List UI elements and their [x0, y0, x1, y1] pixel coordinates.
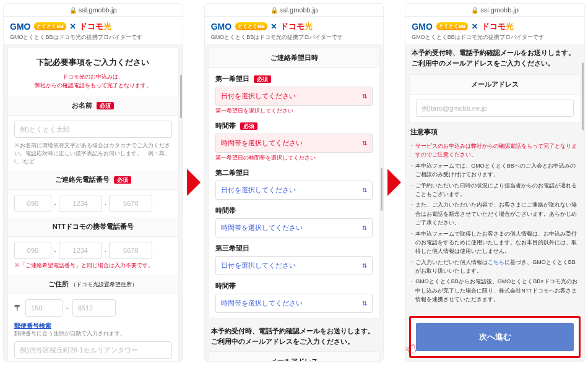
tel-label: ご連絡先電話番号 [55, 176, 110, 183]
collab-x: × [70, 21, 76, 32]
chevron-updown-icon: ⇅ [362, 140, 367, 147]
address-label: ご住所 [48, 280, 69, 288]
next-button-highlight: 次へ進む ☜ [409, 316, 581, 358]
notes-item: 本申込フォームで取得したお客さまの個人情報は、お申込み受付のお電話をするために使… [410, 229, 579, 256]
postal-input-1[interactable] [25, 299, 63, 317]
postal-input-2[interactable] [72, 299, 116, 317]
first-time-error: 第一希望日の時間帯を選択してください [215, 155, 373, 162]
gmo-logo: GMO [412, 22, 432, 32]
url-bar: ssl.gmobb.jp [205, 4, 384, 17]
third-date-label: 第三希望日 [215, 244, 373, 253]
scrollbar[interactable] [180, 75, 182, 118]
page-title: 下記必要事項をご入力ください [8, 48, 178, 73]
datetime-heading: ご連絡希望日時 [209, 48, 379, 68]
note-line-1: ドコモ光のお申込みは、 [63, 74, 124, 80]
gmo-sub-logo: とくとくBB [235, 22, 267, 30]
mail-label: メールアドレス [410, 75, 580, 95]
notes-item: 本申込フォームでは、GMOとくとくBBへのご入会とお申込みのご相談のみ受け付けて… [410, 161, 579, 179]
docomo-hikari-logo: 光 [305, 22, 313, 31]
url-bar: ssl.gmobb.jp [405, 4, 584, 17]
arrow-right-icon [387, 169, 401, 196]
time-label: 時間帯 [215, 281, 373, 291]
mail-label: メールアドレス [209, 352, 379, 361]
gmo-logo: GMO [10, 22, 30, 32]
notes-item: GMOとくとくBBからお電話後、GMOとくとくBB×ドコモ光のお申し込みが完了し… [410, 277, 579, 304]
brand-header: GMO とくとくBB × ドコモ光 GMOとくとくBBはドコモ光の提携プロバイダ… [405, 17, 584, 44]
tel-input-3[interactable] [109, 195, 152, 212]
chevron-updown-icon: ⇅ [362, 300, 367, 307]
postal-helper: 郵便番号に合う住所が自動で入力されます。 [14, 330, 172, 338]
postal-search-link[interactable]: 郵便番号検索 [14, 322, 172, 330]
time-label: 時間帯 [215, 122, 236, 129]
tagline: GMOとくとくBBはドコモ光の提携プロバイダーです [10, 33, 176, 41]
note-line-2: 弊社からの確認電話をもって完了となります。 [35, 82, 152, 88]
select-placeholder: 時間帯を選択してください [221, 139, 303, 148]
second-date-label: 第二希望日 [215, 168, 373, 177]
select-placeholder: 日付を選択してください [221, 186, 296, 195]
select-placeholder: 日付を選択してください [221, 261, 296, 270]
first-date-label: 第一希望日 [215, 75, 249, 82]
gmo-logo: GMO [211, 22, 231, 32]
required-badge: 必須 [114, 176, 131, 184]
privacy-link[interactable]: こちら [488, 259, 504, 265]
second-date-select[interactable]: 日付を選択してください ⇅ [215, 181, 373, 200]
name-input[interactable] [14, 121, 172, 138]
required-badge: 必須 [240, 122, 257, 130]
ntt-note: ※「ご連絡希望電話番号」と同じ場合は入力不要です。 [14, 262, 172, 270]
required-badge: 必須 [254, 75, 271, 83]
email-input[interactable] [416, 100, 574, 117]
first-date-error: 第一希望日を選択してください [215, 108, 373, 115]
notes-item: サービスのお申込みは弊社からの確認電話をもって完了となりますのでご注意ください。 [410, 142, 579, 160]
chevron-updown-icon: ⇅ [362, 187, 367, 194]
notes-item: また、ご入力いただいた内容で、お客さまにご連絡が取れない場合はお電話を断念させて… [410, 200, 579, 227]
select-placeholder: 時間帯を選択してください [221, 223, 303, 232]
select-placeholder: 日付を選択してください [221, 92, 296, 101]
name-helper: ※お名前に環境依存文字がある場合はカタカナでご入力ください。電話応対時に正しい漢… [14, 142, 172, 165]
scrollbar[interactable] [582, 62, 584, 130]
notes-item: ご予約いただいた日時の状況により担当者からのお電話が遅れることもございます。 [410, 181, 579, 199]
select-placeholder: 時間帯を選択してください [221, 299, 303, 308]
gmo-sub-logo: とくとくBB [436, 22, 469, 30]
chevron-updown-icon: ⇅ [362, 93, 367, 100]
chevron-updown-icon: ⇅ [362, 224, 367, 231]
third-date-select[interactable]: 日付を選択してください ⇅ [215, 256, 373, 275]
mail-intro: 本予約受付時、電話予約確認メールをお送りします。ご利用中のメールアドレスをご入力… [209, 323, 380, 351]
tel-input-1[interactable] [14, 195, 51, 212]
screen-2-datetime: ssl.gmobb.jp GMO とくとくBB × ドコモ光 GMOとくとくBB… [204, 3, 384, 362]
arrow-right-icon [187, 169, 201, 196]
first-date-select[interactable]: 日付を選択してください ⇅ [215, 87, 373, 106]
screen-1-form: ssl.gmobb.jp GMO とくとくBB × ドコモ光 GMOとくとくBB… [3, 3, 183, 362]
ntt-input-1[interactable] [14, 242, 51, 259]
next-button[interactable]: 次へ進む [416, 323, 574, 351]
brand-header: GMO とくとくBB × ドコモ光 GMOとくとくBBはドコモ光の提携プロバイダ… [4, 17, 183, 44]
notes-heading: 注意事項 [410, 127, 579, 137]
postal-mark: 〒 [14, 303, 22, 313]
mail-intro: 本予約受付時、電話予約確認メールをお送りします。ご利用中のメールアドレスをご入力… [409, 48, 581, 74]
tagline: GMOとくとくBBはドコモ光の提携プロバイダーです [211, 33, 378, 41]
collab-x: × [271, 21, 277, 32]
third-time-select[interactable]: 時間帯を選択してください ⇅ [215, 294, 373, 313]
scrollbar[interactable] [381, 168, 383, 211]
ntt-input-3[interactable] [109, 242, 152, 259]
chevron-updown-icon: ⇅ [362, 262, 367, 269]
gmo-sub-logo: とくとくBB [34, 22, 66, 30]
time-label: 時間帯 [215, 206, 373, 215]
name-label: お名前 [72, 101, 92, 109]
url-bar: ssl.gmobb.jp [4, 4, 183, 17]
address-input[interactable] [14, 341, 172, 359]
tagline: GMOとくとくBBはドコモ光の提携プロバイダーです [412, 33, 578, 41]
docomo-logo: ドコモ [482, 22, 506, 31]
docomo-hikari-logo: 光 [506, 22, 514, 31]
screen-3-confirm: ssl.gmobb.jp GMO とくとくBB × ドコモ光 GMOとくとくBB… [405, 3, 585, 362]
brand-header: GMO とくとくBB × ドコモ光 GMOとくとくBBはドコモ光の提携プロバイダ… [205, 17, 384, 44]
required-badge: 必須 [97, 102, 114, 109]
tel-input-2[interactable] [59, 195, 102, 212]
ntt-input-2[interactable] [59, 242, 102, 259]
docomo-logo: ドコモ [79, 22, 103, 31]
docomo-logo: ドコモ [280, 22, 305, 31]
collab-x: × [472, 21, 477, 32]
docomo-hikari-logo: 光 [103, 22, 111, 31]
notes-item: ご入力いただいた個人情報はこちらに基づき、GMOとくとくBBがお取り扱いいたしま… [410, 258, 579, 276]
first-time-select[interactable]: 時間帯を選択してください ⇅ [215, 134, 373, 153]
second-time-select[interactable]: 時間帯を選択してください ⇅ [215, 218, 373, 237]
